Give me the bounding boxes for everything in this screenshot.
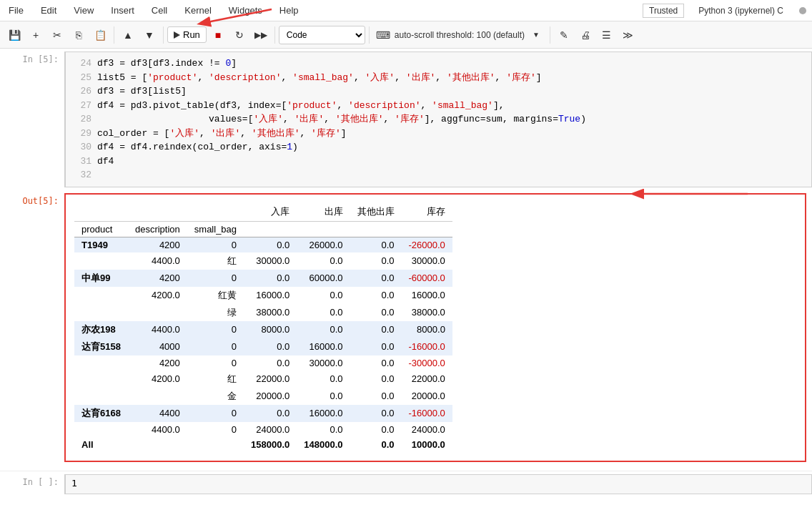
td-chuku: 0.0 bbox=[297, 388, 350, 405]
td-product bbox=[74, 371, 128, 388]
td-bag: 0 bbox=[187, 237, 244, 252]
menu-kernel[interactable]: Kernel bbox=[182, 4, 214, 17]
td-ruku: 0.0 bbox=[244, 338, 297, 355]
td-bag: 0 bbox=[187, 405, 244, 422]
paste-button[interactable]: 📋 bbox=[90, 25, 110, 45]
td-all-ruku: 158000.0 bbox=[244, 437, 297, 452]
menu-bar: File Edit View Insert Cell Kernel Widget… bbox=[0, 0, 812, 21]
td-product bbox=[74, 304, 128, 321]
td-ruku: 24000.0 bbox=[244, 422, 297, 437]
stop-button[interactable]: ■ bbox=[208, 25, 228, 45]
run-all-button[interactable]: ▶▶ bbox=[251, 25, 271, 45]
td-chuku: 16000.0 bbox=[297, 405, 350, 422]
menu-help[interactable]: Help bbox=[277, 4, 302, 17]
table-row: 绿 38000.0 0.0 0.0 38000.0 bbox=[74, 304, 452, 321]
td-chuku: 0.0 bbox=[297, 304, 350, 321]
keyboard-button[interactable]: ⌨ bbox=[373, 25, 393, 45]
td-kucun: 16000.0 bbox=[402, 287, 452, 304]
more-button[interactable]: ≫ bbox=[618, 25, 638, 45]
code-block[interactable]: 24df3 = df3[df3.index != 0] 25list5 = ['… bbox=[64, 52, 812, 187]
menu-insert[interactable]: Insert bbox=[108, 4, 137, 17]
table-row: 达育6168 4400 0 0.0 16000.0 0.0 -16000.0 bbox=[74, 405, 452, 422]
print-button[interactable]: 🖨 bbox=[575, 25, 595, 45]
menu-widgets[interactable]: Widgets bbox=[226, 4, 265, 17]
td-desc: 4400 bbox=[128, 405, 187, 422]
restart-button[interactable]: ↻ bbox=[229, 25, 249, 45]
move-down-button[interactable]: ▼ bbox=[139, 25, 159, 45]
empty-cell-number: 1 bbox=[71, 478, 77, 489]
td-ruku: 38000.0 bbox=[244, 304, 297, 321]
cell-type-select[interactable]: Code Markdown Raw NBConvert bbox=[279, 26, 365, 44]
cut-button[interactable]: ✂ bbox=[47, 25, 67, 45]
td-ruku: 16000.0 bbox=[244, 287, 297, 304]
th-spacer4 bbox=[402, 221, 452, 237]
td-product bbox=[74, 355, 128, 371]
td-qita: 0.0 bbox=[350, 287, 402, 304]
th-qita: 其他出库 bbox=[350, 203, 402, 222]
td-bag: 0 bbox=[187, 321, 244, 338]
code-cell-content[interactable]: 24df3 = df3[df3.index != 0] 25list5 = ['… bbox=[64, 52, 812, 187]
td-desc: 4200.0 bbox=[128, 287, 187, 304]
output-cell-content: 入库 出库 其他出库 库存 product description small_… bbox=[64, 193, 812, 468]
td-chuku: 26000.0 bbox=[297, 237, 350, 252]
run-button[interactable]: Run bbox=[167, 26, 207, 43]
td-bag: 0 bbox=[187, 270, 244, 287]
td-chuku: 30000.0 bbox=[297, 355, 350, 371]
td-desc bbox=[128, 304, 187, 321]
td-chuku: 0.0 bbox=[297, 321, 350, 338]
td-all-kucun: 10000.0 bbox=[402, 437, 452, 452]
autoscroll-dropdown[interactable]: ▼ bbox=[526, 25, 546, 45]
td-kucun: 30000.0 bbox=[402, 252, 452, 270]
td-ruku: 30000.0 bbox=[244, 252, 297, 270]
copy-button[interactable]: ⎘ bbox=[69, 25, 89, 45]
td-product bbox=[74, 252, 128, 270]
td-chuku: 0.0 bbox=[297, 422, 350, 437]
td-desc: 4200 bbox=[128, 355, 187, 371]
td-bag: 金 bbox=[187, 388, 244, 405]
td-product: 达育5158 bbox=[74, 338, 128, 355]
td-kucun: -30000.0 bbox=[402, 355, 452, 371]
td-desc: 4400.0 bbox=[128, 422, 187, 437]
td-ruku: 22000.0 bbox=[244, 371, 297, 388]
move-up-button[interactable]: ▲ bbox=[118, 25, 138, 45]
code-cell: In [5]: 24df3 = df3[df3.index != 0] 25li… bbox=[0, 49, 812, 190]
table-row: 4200.0 红 22000.0 0.0 0.0 22000.0 bbox=[74, 371, 452, 388]
separator-3 bbox=[274, 26, 275, 44]
td-bag: 0 bbox=[187, 355, 244, 371]
td-ruku: 0.0 bbox=[244, 355, 297, 371]
autoscroll-label: auto-scroll threshold: 100 (default) bbox=[395, 30, 525, 40]
td-product: 达育6168 bbox=[74, 405, 128, 422]
td-all-bag bbox=[187, 437, 244, 452]
th-desc-label: description bbox=[128, 221, 187, 237]
td-bag: 红 bbox=[187, 371, 244, 388]
add-cell-button[interactable]: + bbox=[26, 25, 46, 45]
table-row: 4400.0 0 24000.0 0.0 0.0 24000.0 bbox=[74, 422, 452, 437]
td-kucun: 38000.0 bbox=[402, 304, 452, 321]
table-row: 金 20000.0 0.0 0.0 20000.0 bbox=[74, 388, 452, 405]
table-row: 4200.0 红黄 16000.0 0.0 0.0 16000.0 bbox=[74, 287, 452, 304]
menu-edit[interactable]: Edit bbox=[38, 4, 59, 17]
td-desc: 4200 bbox=[128, 270, 187, 287]
menu-file[interactable]: File bbox=[6, 4, 26, 17]
save-button[interactable]: 💾 bbox=[4, 25, 24, 45]
menu-cell[interactable]: Cell bbox=[149, 4, 170, 17]
td-desc bbox=[128, 388, 187, 405]
th-description bbox=[128, 203, 187, 222]
list-button[interactable]: ☰ bbox=[597, 25, 617, 45]
output-table-area: 入库 出库 其他出库 库存 product description small_… bbox=[64, 193, 806, 462]
td-ruku: 0.0 bbox=[244, 405, 297, 422]
table-header-empty: 入库 出库 其他出库 库存 bbox=[74, 203, 452, 222]
separator-2 bbox=[163, 26, 164, 44]
edit-icon-1[interactable]: ✎ bbox=[554, 25, 574, 45]
run-label: Run bbox=[183, 29, 200, 40]
td-desc: 4400.0 bbox=[128, 252, 187, 270]
td-qita: 0.0 bbox=[350, 270, 402, 287]
menu-view[interactable]: View bbox=[71, 4, 96, 17]
td-all-qita: 0.0 bbox=[350, 437, 402, 452]
table-row: 达育5158 4000 0 0.0 16000.0 0.0 -16000.0 bbox=[74, 338, 452, 355]
td-qita: 0.0 bbox=[350, 388, 402, 405]
td-desc: 4200 bbox=[128, 237, 187, 252]
empty-cell-content[interactable]: 1 bbox=[64, 474, 812, 494]
table-row: 4200 0 0.0 30000.0 0.0 -30000.0 bbox=[74, 355, 452, 371]
kernel-info: Python 3 (ipykernel) C bbox=[698, 6, 783, 16]
